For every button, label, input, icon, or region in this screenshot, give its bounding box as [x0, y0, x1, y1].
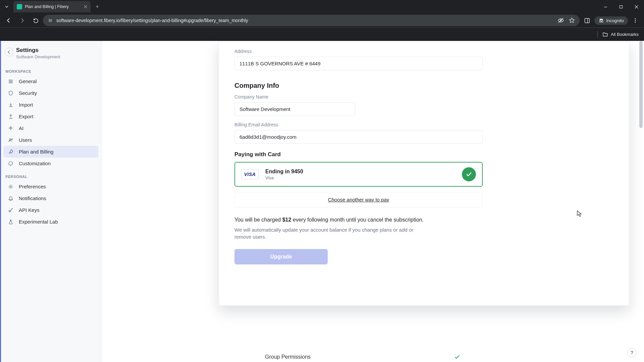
svg-point-1	[49, 19, 50, 20]
sidebar-item-label: AI	[19, 125, 23, 131]
sparkle-icon	[7, 126, 14, 131]
favicon	[17, 4, 22, 9]
paying-with-card-title: Paying with Card	[234, 151, 613, 158]
sidebar-item-label: Preferences	[19, 184, 46, 189]
svg-point-2	[51, 20, 52, 21]
url-text: software-development.fibery.io/fibery/se…	[56, 18, 248, 23]
svg-point-17	[9, 210, 11, 212]
feature-label: Group Permissions	[265, 354, 311, 360]
company-info-title: Company Info	[234, 82, 613, 89]
key-icon	[7, 207, 14, 213]
sidebar-item-security[interactable]: Security	[3, 87, 98, 99]
section-workspace-label: WORKSPACE	[0, 64, 102, 75]
svg-point-14	[9, 138, 11, 140]
sidebar-item-import[interactable]: Import	[3, 99, 98, 111]
divider	[597, 31, 598, 38]
choose-another-way-button[interactable]: Choose another way to pay	[234, 192, 483, 207]
nav-workspace: General Security Import Export AI Users …	[0, 75, 102, 169]
upgrade-button[interactable]: Upgrade	[234, 249, 328, 264]
sidebar-item-export[interactable]: Export	[3, 111, 98, 122]
charge-amount: $12	[282, 217, 291, 223]
tab-search-button[interactable]	[2, 2, 11, 11]
forward-button[interactable]	[16, 14, 28, 26]
sidebar-accent	[0, 41, 1, 362]
bookmark-star-icon[interactable]	[569, 17, 575, 23]
flask-icon	[7, 219, 14, 225]
back-to-workspace-button[interactable]	[5, 48, 13, 56]
svg-point-6	[599, 20, 601, 22]
all-bookmarks-button[interactable]: All Bookmarks	[602, 32, 639, 37]
sidebar-item-preferences[interactable]: Preferences	[3, 181, 98, 192]
palette-icon	[7, 161, 14, 166]
bell-icon	[7, 196, 14, 201]
charge-note: We will automatically update your accoun…	[234, 226, 429, 240]
close-window-button[interactable]	[629, 0, 644, 13]
sidebar-item-plan-and-billing[interactable]: Plan and Billing	[3, 146, 98, 158]
incognito-icon	[598, 18, 604, 23]
minimize-button[interactable]	[598, 0, 613, 13]
sidebar-item-customization[interactable]: Customization	[3, 158, 98, 169]
sidebar-item-notifications[interactable]: Notifications	[3, 192, 98, 204]
nav-personal: Preferences Notifications API Keys Exper…	[0, 181, 102, 228]
sidebar-item-general[interactable]: General	[3, 75, 98, 87]
tab-title: Plan and Billing | Fibery	[25, 4, 81, 9]
card-ending-label: Ending in 9450	[265, 169, 303, 175]
incognito-chip[interactable]: Incognito	[594, 16, 628, 25]
sidebar-item-label: Users	[19, 137, 32, 143]
sidebar-title: Settings	[16, 47, 60, 54]
svg-point-12	[11, 81, 12, 82]
svg-point-9	[635, 20, 636, 21]
sidebar-item-experimental-lab[interactable]: Experimental Lab	[3, 216, 98, 228]
back-button[interactable]	[3, 14, 15, 26]
selected-check-icon	[462, 167, 476, 181]
billing-email-input[interactable]	[234, 130, 483, 144]
all-bookmarks-label: All Bookmarks	[611, 32, 639, 37]
svg-point-10	[635, 22, 636, 23]
address-label: Address	[234, 49, 613, 54]
visa-logo: VISA	[241, 169, 259, 179]
browser-tab[interactable]: Plan and Billing | Fibery	[13, 1, 91, 12]
sidebar-item-ai[interactable]: AI	[3, 122, 98, 134]
sidebar-item-label: Customization	[19, 161, 51, 166]
browser-chrome: Plan and Billing | Fibery + software-dev…	[0, 0, 644, 41]
site-settings-icon[interactable]	[48, 18, 53, 23]
incognito-label: Incognito	[606, 18, 624, 23]
export-icon	[7, 114, 14, 119]
check-icon	[454, 354, 460, 360]
sidebar-item-users[interactable]: Users	[3, 134, 98, 146]
reload-button[interactable]	[30, 14, 42, 26]
vertical-scrollbar[interactable]	[639, 41, 643, 362]
svg-point-13	[10, 82, 11, 83]
eye-off-icon[interactable]	[557, 17, 564, 24]
svg-point-15	[11, 138, 12, 139]
sidebar-item-api-keys[interactable]: API Keys	[3, 204, 98, 216]
settings-sidebar: Settings Software Development WORKSPACE …	[0, 41, 102, 362]
users-icon	[7, 137, 14, 143]
sidebar-item-label: Export	[19, 114, 33, 119]
side-panel-button[interactable]	[581, 14, 593, 26]
rocket-icon	[7, 149, 14, 155]
gear-icon	[7, 184, 14, 189]
browser-menu-button[interactable]	[629, 14, 641, 26]
choose-another-way-link[interactable]: Choose another way to pay	[328, 197, 389, 202]
address-bar[interactable]: software-development.fibery.io/fibery/se…	[43, 15, 580, 26]
upgrade-modal: Address Company Info Company Name Billin…	[219, 41, 629, 306]
sidebar-subtitle: Software Development	[16, 54, 60, 59]
address-input[interactable]	[234, 57, 483, 70]
sidebar-item-label: API Keys	[19, 207, 40, 213]
help-button[interactable]: ?	[627, 348, 637, 357]
sidebar-item-label: General	[19, 78, 37, 84]
company-name-label: Company Name	[234, 94, 613, 100]
card-brand-label: Visa	[265, 175, 303, 180]
svg-point-7	[601, 20, 603, 22]
scrollbar-thumb[interactable]	[639, 41, 643, 128]
company-name-input[interactable]	[234, 102, 355, 116]
maximize-button[interactable]	[613, 0, 629, 13]
new-tab-button[interactable]: +	[93, 2, 102, 11]
close-tab-icon[interactable]	[84, 5, 87, 8]
sidebar-header: Settings Software Development	[0, 41, 102, 64]
cursor-icon	[577, 210, 583, 218]
saved-card[interactable]: VISA Ending in 9450 Visa	[234, 162, 483, 187]
svg-point-16	[10, 186, 11, 187]
tabstrip: Plan and Billing | Fibery +	[0, 0, 644, 13]
